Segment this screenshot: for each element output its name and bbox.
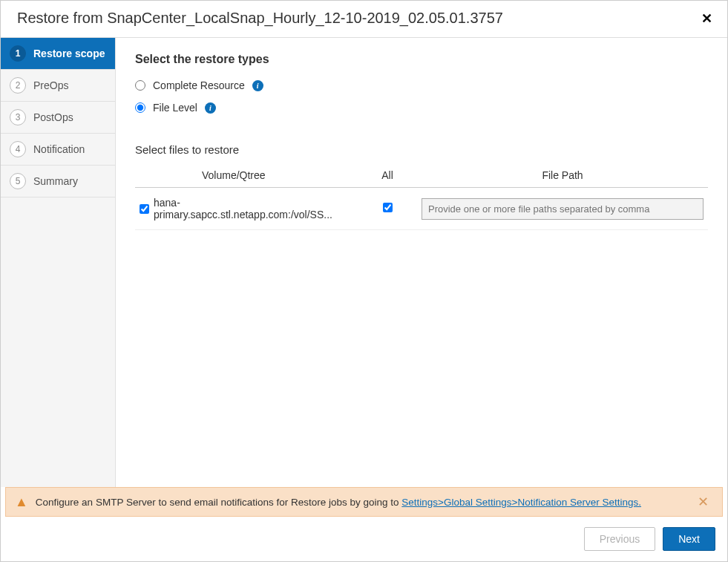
- restore-types-title: Select the restore types: [135, 53, 708, 66]
- next-button[interactable]: Next: [663, 527, 715, 551]
- files-section: Select files to restore Volume/Qtree All…: [135, 143, 708, 230]
- modal-body: 1 Restore scope 2 PreOps 3 PostOps 4 Not…: [1, 38, 727, 487]
- radio-file-level[interactable]: File Level i: [135, 102, 708, 114]
- step-number: 1: [10, 45, 26, 62]
- wizard-nav: 1 Restore scope 2 PreOps 3 PostOps 4 Not…: [1, 38, 116, 487]
- smtp-alert: ▲ Configure an SMTP Server to send email…: [5, 487, 723, 517]
- row-checkbox[interactable]: [140, 204, 149, 214]
- table-row: hana-primary.sapcc.stl.netapp.com:/vol/S…: [135, 188, 708, 230]
- alert-link[interactable]: Settings>Global Settings>Notification Se…: [401, 497, 641, 508]
- step-number: 3: [10, 109, 26, 125]
- volume-name: hana-primary.sapcc.stl.netapp.com:/vol/S…: [154, 197, 353, 220]
- warning-icon: ▲: [15, 494, 28, 510]
- col-header-path: File Path: [417, 163, 708, 188]
- modal-header: Restore from SnapCenter_LocalSnap_Hourly…: [1, 1, 727, 38]
- step-label: Summary: [33, 175, 78, 187]
- wizard-step-preops[interactable]: 2 PreOps: [1, 70, 115, 102]
- files-table: Volume/Qtree All File Path hana-primary.…: [135, 163, 708, 230]
- radio-file-level-label: File Level: [153, 102, 197, 114]
- modal-title: Restore from SnapCenter_LocalSnap_Hourly…: [17, 10, 503, 27]
- file-path-input[interactable]: [422, 198, 704, 220]
- alert-text: Configure an SMTP Server to send email n…: [36, 497, 641, 508]
- alert-close-icon[interactable]: ✕: [693, 494, 713, 510]
- info-icon[interactable]: i: [252, 80, 263, 91]
- step-label: Restore scope: [33, 48, 105, 59]
- radio-file-level-input[interactable]: [135, 102, 145, 113]
- col-header-volume: Volume/Qtree: [135, 163, 358, 188]
- step-number: 5: [10, 173, 26, 189]
- wizard-step-restore-scope[interactable]: 1 Restore scope: [1, 38, 115, 70]
- wizard-step-notification[interactable]: 4 Notification: [1, 134, 115, 166]
- wizard-step-postops[interactable]: 3 PostOps: [1, 102, 115, 134]
- content-panel: Select the restore types Complete Resour…: [116, 38, 727, 487]
- col-header-all: All: [358, 163, 417, 188]
- modal-footer: Previous Next: [1, 517, 727, 561]
- step-label: Notification: [33, 143, 85, 155]
- step-number: 2: [10, 77, 26, 94]
- radio-complete-resource-input[interactable]: [135, 80, 145, 91]
- radio-complete-resource[interactable]: Complete Resource i: [135, 79, 708, 91]
- wizard-step-summary[interactable]: 5 Summary: [1, 166, 115, 197]
- close-icon[interactable]: ✕: [698, 10, 715, 27]
- all-checkbox[interactable]: [383, 203, 393, 212]
- previous-button: Previous: [584, 527, 655, 551]
- files-title: Select files to restore: [135, 143, 708, 156]
- radio-complete-resource-label: Complete Resource: [153, 79, 245, 91]
- step-label: PreOps: [33, 79, 68, 91]
- restore-modal: Restore from SnapCenter_LocalSnap_Hourly…: [0, 0, 728, 562]
- step-label: PostOps: [33, 111, 73, 123]
- info-icon[interactable]: i: [205, 102, 216, 114]
- step-number: 4: [10, 141, 26, 157]
